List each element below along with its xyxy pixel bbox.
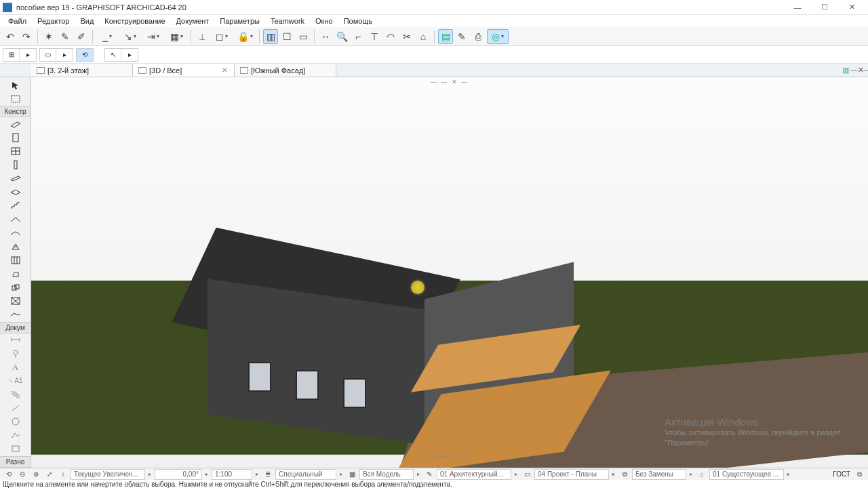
cons-opt-1[interactable]: ▭ [40,49,56,61]
beam-tool[interactable] [7,172,24,185]
curtain-wall-tool[interactable] [7,253,24,266]
arrow-tool[interactable] [7,79,24,92]
dimension-tool[interactable] [7,333,24,346]
stair-tool[interactable] [7,199,24,212]
3d-doc-button[interactable]: ⎙ [471,29,486,44]
home-button[interactable]: ⌂ [416,29,431,44]
menu-help[interactable]: Помощь [338,16,378,26]
lock-dropdown[interactable]: 🔒 [234,29,256,44]
guideline-dropdown[interactable]: ⎯ [96,29,118,44]
column-tool[interactable] [7,159,24,171]
renovation-field[interactable]: 01 Существующее ... [709,469,784,480]
object-tool[interactable] [7,281,24,294]
chevron-icon[interactable]: ▸ [513,471,519,477]
reno-icon[interactable]: ⌂ [696,469,708,480]
drawing-tool[interactable] [7,443,24,455]
model-icon[interactable]: ▦ [346,469,358,480]
close-tab-icon[interactable]: ✕ [220,66,229,74]
door-tool[interactable] [7,131,24,144]
window-tool[interactable] [7,144,24,157]
chevron-icon[interactable]: ▸ [203,471,210,477]
polyline-tool[interactable] [7,429,24,442]
chevron-icon[interactable]: ▸ [610,471,617,477]
angle-field[interactable]: 0,00° [155,469,202,480]
suspend-groups-button[interactable]: ▥ [263,29,278,44]
show-hide-button[interactable]: ☐ [279,29,294,44]
close-button[interactable]: ✕ [838,0,865,15]
fill-tool[interactable] [7,388,24,401]
layer-combo-field[interactable]: Специальный [275,469,336,480]
arc-button[interactable]: ◠ [383,29,398,44]
minimize-button[interactable]: — [784,0,811,15]
menu-document[interactable]: Документ [171,16,215,26]
menu-edit[interactable]: Редактор [32,16,75,26]
3d-style-dropdown[interactable]: ◎ [487,29,509,44]
chevron-icon[interactable]: ▸ [785,471,792,477]
viewset-field[interactable]: 04 Проект - Планы [534,469,609,480]
penset-field[interactable]: 01 Архитектурный... [437,469,511,480]
expand-icon[interactable]: ⧉ [853,469,865,480]
wall-tool[interactable] [7,117,24,130]
panel-handle-bottom[interactable]: — — ✕ — [431,453,469,460]
scale-field[interactable]: 1:100 [212,469,252,480]
menu-window[interactable]: Окно [310,16,338,26]
chevron-icon[interactable]: ▸ [254,471,260,477]
slab-tool[interactable] [7,186,24,199]
tab-more-icon[interactable]: ―✕― [853,64,868,77]
chevron-icon[interactable]: ▸ [338,471,344,477]
fit-icon[interactable]: ⤢ [43,469,56,480]
undo-button[interactable]: ↶ [3,29,18,44]
maximize-button[interactable]: ☐ [811,0,838,15]
line-tool[interactable] [7,401,24,414]
morph-tool[interactable] [7,267,24,280]
find-button[interactable]: 🔍 [334,29,349,44]
geom-opt-1b[interactable]: ▸ [20,49,36,61]
corner-button[interactable]: ⌐ [351,29,366,44]
marquee-tool[interactable] [7,92,24,105]
pick-button[interactable]: ✶ [41,29,56,44]
measure-button[interactable]: ↔ [318,29,333,44]
tab-south-elevation[interactable]: [Южный Фасад] [235,64,336,77]
3d-viewport[interactable]: — — ✕ — — — ✕ — Активация Windows Чтобы … [31,77,868,468]
chevron-icon[interactable]: ▸ [415,471,422,477]
circle-tool[interactable] [7,415,24,428]
skylight-tool[interactable] [7,240,24,253]
snap-guide-dropdown[interactable]: ↘ [119,29,141,44]
cutplane-button[interactable]: ▤ [438,29,453,44]
redo-button[interactable]: ↷ [19,29,34,44]
shell-tool[interactable] [7,226,24,239]
arrow-opt-b[interactable]: ▸ [121,49,138,61]
t-join-button[interactable]: ⊤ [367,29,382,44]
cons-opt-1b[interactable]: ▸ [56,49,73,61]
model-field[interactable]: Вся Модель [359,469,414,480]
replace-icon[interactable]: ⧉ [618,469,631,480]
trace-button[interactable]: ▭ [296,29,311,44]
magic-wand-button[interactable]: ✎ [58,29,73,44]
view-icon[interactable]: ▭ [521,469,533,480]
label-tool[interactable]: ⟍A1 [7,374,24,387]
tab-floor-2[interactable]: [3. 2-й этаж] [31,64,133,77]
level-dim-tool[interactable] [7,347,24,360]
tab-3d-all[interactable]: [3D / Все] ✕ [133,64,235,77]
offset-dropdown[interactable]: ⇥ [142,29,164,44]
menu-teamwork[interactable]: Teamwork [265,16,310,26]
grid-dropdown[interactable]: ▦ [165,29,187,44]
menu-params[interactable]: Параметры [214,16,265,26]
arrow-opt[interactable]: ↖ [105,49,121,61]
roof-tool[interactable] [7,213,24,226]
pan-icon[interactable]: ↕ [57,469,69,480]
text-tool[interactable]: A [7,361,24,373]
standard-label[interactable]: ГОСТ [831,470,852,478]
chevron-icon[interactable]: ▸ [146,471,153,477]
ruler-button[interactable]: ⟂ [195,29,210,44]
menu-design[interactable]: Конструирование [99,16,170,26]
nav-back-icon[interactable]: ⟲ [3,469,15,480]
zoom-in-icon[interactable]: ⊕ [30,469,42,480]
marquee-button[interactable]: ✎ [454,29,469,44]
gravity-dropdown[interactable]: ◻ [211,29,233,44]
orbit-button[interactable]: ⟲ [77,49,93,61]
menu-file[interactable]: Файл [3,16,32,26]
chevron-icon[interactable]: ▸ [688,471,694,477]
geom-opt-1[interactable]: ⊞ [3,49,20,61]
eyedropper-button[interactable]: ✐ [74,29,89,44]
